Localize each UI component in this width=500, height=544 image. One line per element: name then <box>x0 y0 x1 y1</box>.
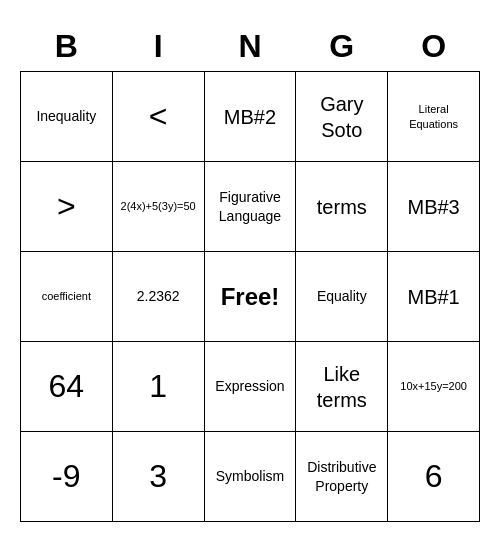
bingo-card: B I N G O Inequality<MB#2GarySotoLiteral… <box>20 22 480 522</box>
table-cell: Liketerms <box>296 342 388 432</box>
table-cell: 64 <box>21 342 113 432</box>
table-cell: LiteralEquations <box>388 72 480 162</box>
table-cell: 3 <box>112 432 204 522</box>
table-cell: Free! <box>204 252 296 342</box>
table-cell: < <box>112 72 204 162</box>
header-o: O <box>388 22 480 72</box>
table-row: 641ExpressionLiketerms10x+15y=200 <box>21 342 480 432</box>
table-row: >2(4x)+5(3y)=50FigurativeLanguagetermsMB… <box>21 162 480 252</box>
table-row: coefficient2.2362Free!EqualityMB#1 <box>21 252 480 342</box>
table-cell: > <box>21 162 113 252</box>
table-cell: 10x+15y=200 <box>388 342 480 432</box>
table-row: Inequality<MB#2GarySotoLiteralEquations <box>21 72 480 162</box>
table-cell: -9 <box>21 432 113 522</box>
table-cell: Equality <box>296 252 388 342</box>
table-cell: 6 <box>388 432 480 522</box>
table-cell: terms <box>296 162 388 252</box>
table-cell: 1 <box>112 342 204 432</box>
table-cell: MB#2 <box>204 72 296 162</box>
table-cell: Inequality <box>21 72 113 162</box>
header-i: I <box>112 22 204 72</box>
table-cell: coefficient <box>21 252 113 342</box>
header-g: G <box>296 22 388 72</box>
table-cell: 2.2362 <box>112 252 204 342</box>
table-cell: MB#1 <box>388 252 480 342</box>
table-cell: DistributiveProperty <box>296 432 388 522</box>
bingo-table: B I N G O Inequality<MB#2GarySotoLiteral… <box>20 22 480 522</box>
table-cell: 2(4x)+5(3y)=50 <box>112 162 204 252</box>
table-cell: MB#3 <box>388 162 480 252</box>
table-cell: Symbolism <box>204 432 296 522</box>
table-cell: GarySoto <box>296 72 388 162</box>
table-cell: FigurativeLanguage <box>204 162 296 252</box>
header-row: B I N G O <box>21 22 480 72</box>
table-row: -93SymbolismDistributiveProperty6 <box>21 432 480 522</box>
header-n: N <box>204 22 296 72</box>
table-cell: Expression <box>204 342 296 432</box>
header-b: B <box>21 22 113 72</box>
